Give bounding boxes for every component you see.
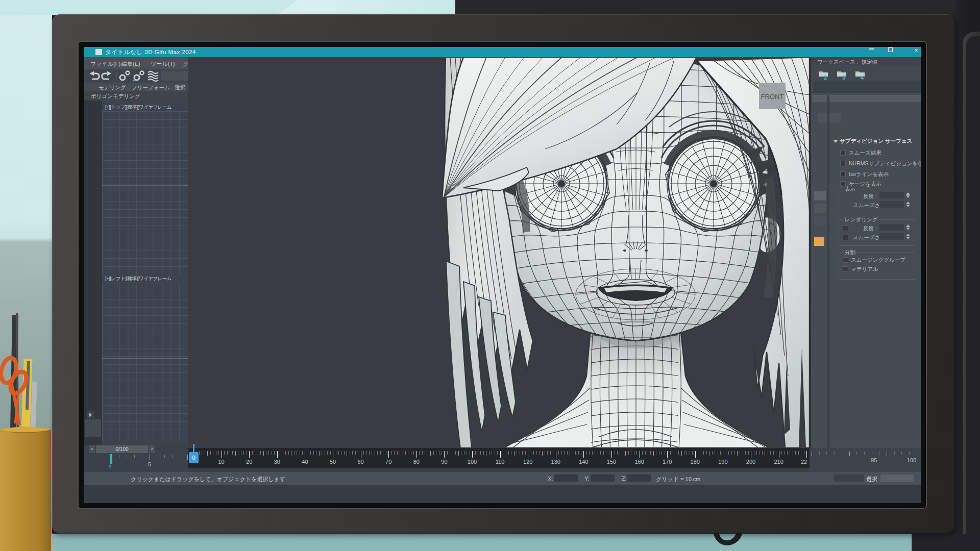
- svg-text:4: 4: [861, 74, 864, 81]
- svg-text:FRONT: FRONT: [761, 93, 784, 101]
- svg-text:2: 2: [824, 74, 827, 81]
- svg-text:3: 3: [842, 74, 845, 81]
